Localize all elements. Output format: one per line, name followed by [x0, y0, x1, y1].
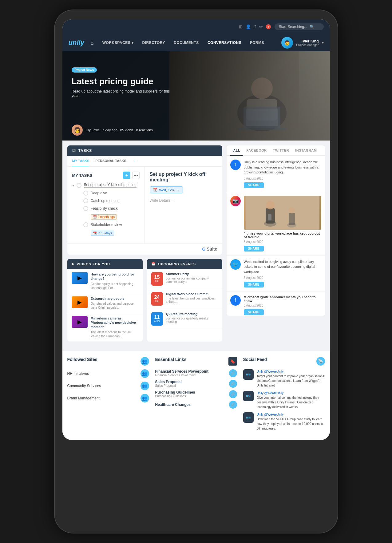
- nav-logo[interactable]: unily: [69, 39, 84, 47]
- unily-logo-3: uni: [243, 412, 254, 423]
- facebook-icon-1: f: [230, 160, 241, 170]
- svg-point-10: [266, 201, 275, 209]
- main-task-checkbox[interactable]: [77, 183, 81, 188]
- user-icon: 👤: [246, 24, 251, 29]
- sub-task-3-checkbox[interactable]: [83, 206, 88, 211]
- author-name: Lily Lowe: [86, 128, 100, 132]
- social-footer-item-2: uni Unily @WeAreUnily Give your internal…: [243, 391, 325, 409]
- nav-item-documents[interactable]: DOCUMENTS: [170, 39, 203, 47]
- sub-tasks-list: Deep dive Catch up meeting Feasibil: [83, 190, 140, 236]
- event-item-3[interactable]: 11 Aug Q2 Results meeting Join us for ou…: [147, 309, 222, 329]
- twitter-icon-1: 🐦: [230, 259, 241, 270]
- nav-items: WORKSPACES ▾ DIRECTORY DOCUMENTS CONVERS…: [99, 39, 281, 47]
- share-button-1[interactable]: SHARE: [244, 182, 264, 188]
- task-expand-icon[interactable]: ▾: [72, 183, 74, 188]
- sub-task-1: Deep dive: [83, 190, 140, 196]
- video-title-1: How are you being bold for change?: [91, 272, 138, 281]
- followed-site-3[interactable]: Brand Management 👥: [67, 394, 149, 402]
- svg-rect-12: [289, 213, 295, 225]
- notification-badge[interactable]: 8: [266, 24, 271, 29]
- social-post-content-4: Microsoft Ignite announcements you need …: [244, 295, 321, 315]
- author-avatar: 👩: [72, 125, 83, 136]
- essential-link-3-icon: 🔗: [229, 390, 237, 398]
- top-bar-icons: ⊞ 👤 ⤴ ✏ 8: [239, 24, 271, 29]
- main-task-label[interactable]: Set up project Y kick off meeting: [84, 183, 137, 188]
- task-detail-title: Set up project Y kick off meeting: [150, 172, 217, 183]
- sub-task-2-label: Catch up meeting: [91, 199, 120, 203]
- hero-content: Project News Latest pricing guide Read u…: [72, 67, 176, 98]
- tasks-header-label: TASKS: [78, 149, 92, 153]
- event-title-3: Q2 Results meeting: [166, 312, 218, 316]
- event-item-1[interactable]: 15 Jul Summer Party Join us for our annu…: [147, 269, 222, 289]
- social-feed-list: f Unily is a leading business intelligen…: [227, 156, 325, 316]
- sub-task-2-checkbox[interactable]: [83, 198, 88, 203]
- share-network-icon: ⤴: [254, 24, 256, 29]
- user-dropdown-arrow[interactable]: ▾: [322, 41, 324, 45]
- nav-item-directory[interactable]: DIRECTORY: [139, 39, 169, 47]
- event-item-2[interactable]: 24 Jul Digital Workplace Summit The late…: [147, 289, 222, 309]
- video-thumb-1: ▶: [72, 272, 88, 284]
- event-title-1: Summer Party: [166, 272, 218, 276]
- unily-logo-2: uni: [243, 391, 254, 401]
- social-tab-all[interactable]: ALL: [230, 145, 244, 156]
- suite-text: Suite: [207, 247, 217, 252]
- search-bar[interactable]: Start Searching... 🔍: [275, 23, 324, 30]
- social-tab-twitter[interactable]: TWITTER: [270, 145, 292, 155]
- nav-item-workspaces[interactable]: WORKSPACES ▾: [99, 39, 137, 47]
- essential-links-icon: 🔖: [228, 357, 237, 366]
- nav-item-conversations[interactable]: CONVERSATIONS: [204, 39, 245, 47]
- social-footer-item-1: uni Unily @WeAreUnily Target your conten…: [243, 369, 325, 388]
- essential-link-1[interactable]: Financial Services Powerpoint Financial …: [155, 369, 237, 377]
- tasks-header-icon: ☑: [72, 149, 76, 153]
- home-icon[interactable]: ⌂: [90, 40, 94, 46]
- task-date-close-icon[interactable]: ×: [177, 188, 179, 192]
- bottom-grid: ▶ VIDEOS FOR YOU ▶ How are you being bol…: [67, 259, 222, 342]
- sub-task-3: Feasibility check 📆 9 month ago: [83, 206, 140, 220]
- nav-item-forms[interactable]: FORMS: [246, 39, 268, 47]
- task-more-options-button[interactable]: •••: [132, 172, 140, 179]
- social-post-1: f Unily is a leading business intelligen…: [227, 156, 325, 192]
- sub-task-4-checkbox[interactable]: [83, 222, 88, 227]
- essential-link-3[interactable]: Purchasing Guidelines Purchasing Guideli…: [155, 390, 237, 398]
- followed-site-2[interactable]: Community Services 👥: [67, 382, 149, 390]
- tab-my-tasks[interactable]: MY TASKS: [72, 156, 89, 166]
- event-title-2: Digital Workplace Summit: [166, 292, 218, 296]
- social-tab-facebook[interactable]: FACEBOOK: [243, 145, 270, 155]
- share-button-4[interactable]: SHARE: [244, 309, 264, 315]
- add-task-button[interactable]: +: [123, 172, 130, 179]
- essential-link-4-icon: 🔗: [229, 401, 237, 409]
- social-tabs: ALL FACEBOOK TWITTER INSTAGRAM: [227, 145, 325, 156]
- followed-site-1[interactable]: HR Initiatives 👥: [67, 369, 149, 378]
- video-item-3[interactable]: ▶ Mirrorless cameras: Photography's new …: [67, 313, 143, 342]
- workspaces-dropdown-arrow: ▾: [132, 41, 134, 45]
- right-column: ALL FACEBOOK TWITTER INSTAGRAM f Unily i…: [227, 145, 325, 346]
- video-item-2[interactable]: ▶ Extraordinary people Our shared values…: [67, 293, 143, 313]
- task-detail-date: 📆 Wed, 12/4 ×: [150, 186, 183, 193]
- essential-link-4[interactable]: Healthcare Changes 🔗: [155, 401, 237, 409]
- share-button-3[interactable]: SHARE: [244, 282, 264, 287]
- social-footer-item-3: uni Unily @WeAreUnily Download the VELUX…: [243, 412, 325, 431]
- sub-task-1-checkbox[interactable]: [83, 191, 88, 196]
- nav-user-info: Tyler King Project Manager: [296, 39, 319, 47]
- social-post-date-2: 3 August 2020: [244, 240, 321, 244]
- social-post-date-1: 5 August 2020: [244, 177, 321, 180]
- sub-task-4-label: Stakeholder review: [91, 223, 122, 227]
- task-detail-calendar-icon: 📆: [153, 188, 157, 192]
- social-post-content-3: We're excited to be giving away complime…: [244, 259, 321, 288]
- svg-rect-14: [268, 214, 271, 220]
- share-button-2[interactable]: SHARE: [244, 246, 264, 252]
- sub-task-4: Stakeholder review 📆 In 15 days: [83, 222, 140, 236]
- video-item-1[interactable]: ▶ How are you being bold for change? Gen…: [67, 269, 143, 293]
- instagram-icon-1: 📷: [230, 196, 241, 206]
- event-info-2: Digital Workplace Summit The latest tren…: [166, 292, 218, 306]
- svg-point-13: [289, 207, 295, 213]
- social-footer-text-3: Unily @WeAreUnily Download the VELUX Gro…: [257, 412, 325, 431]
- add-task-tab-button[interactable]: +: [134, 158, 137, 164]
- event-date-3: 11 Aug: [151, 312, 163, 326]
- video-thumb-3: ▶: [72, 316, 88, 328]
- essential-link-2[interactable]: Sales Proposal Sales Proposal 🔗: [155, 380, 237, 388]
- social-post-content-1: Unily is a leading business intelligence…: [244, 160, 321, 188]
- social-tab-instagram[interactable]: INSTAGRAM: [292, 145, 320, 155]
- tab-personal-tasks[interactable]: PERSONAL TASKS: [95, 156, 126, 166]
- author-info: Lily Lowe · a day ago · 85 views · 8 rea…: [86, 128, 153, 132]
